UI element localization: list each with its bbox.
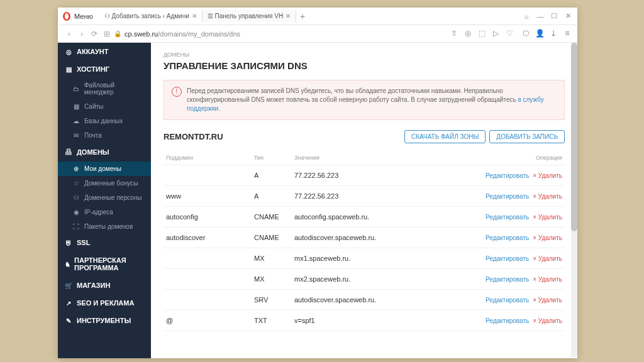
edit-record-link[interactable]: Редактировать	[486, 234, 529, 241]
close-window-icon[interactable]: ✕	[561, 9, 575, 23]
dns-record-row: autoconfigCNAMEautoconfig.spaceweb.ru.Ре…	[164, 207, 565, 228]
speed-dial-icon[interactable]: ⊞	[101, 30, 113, 38]
avatar-icon[interactable]: 👤	[535, 29, 545, 39]
sidebar-icon: ✉	[72, 132, 80, 139]
sidebar-item-базы-данных[interactable]: ☁Базы данных	[58, 114, 151, 128]
dns-record-row: autodiscoverCNAMEautodiscover.spaceweb.r…	[164, 228, 565, 248]
sidebar-icon: ⊕	[72, 165, 80, 172]
record-type: SRV	[252, 290, 292, 310]
record-type: CNAME	[252, 228, 292, 248]
delete-record-link[interactable]: Удалить	[533, 297, 562, 304]
play-icon[interactable]: ▷	[491, 29, 501, 39]
delete-record-link[interactable]: Удалить	[533, 214, 562, 221]
tab-close-icon[interactable]: ✕	[286, 13, 291, 19]
record-type: MX	[252, 269, 292, 290]
heart-icon[interactable]: ♡	[504, 29, 514, 39]
sidebar-item-домены[interactable]: 品ДОМЕНЫ	[58, 143, 151, 162]
record-type: MX	[252, 248, 292, 269]
easy-setup-icon[interactable]: ≡	[562, 29, 572, 39]
url-field[interactable]: cp.sweb.ru/domains/my_domains/dns	[125, 30, 449, 38]
address-bar: ‹ › ⟳ ⊞ 🔒 cp.sweb.ru/domains/my_domains/…	[58, 25, 577, 43]
sidebar-icon: ▦	[72, 103, 80, 110]
domain-name: REMONTDT.RU	[164, 132, 401, 141]
cube-icon[interactable]: ⬡	[521, 29, 531, 39]
search-icon[interactable]: ⌕	[519, 9, 533, 23]
delete-record-link[interactable]: Удалить	[533, 234, 562, 241]
tab-strip: ⚇ Добавить запись ‹ Админи✕☰ Панель упра…	[99, 10, 519, 22]
record-subdomain: @	[164, 310, 252, 331]
sidebar-item-файловый-менеджер[interactable]: 🗀Файловый менеджер	[58, 78, 151, 99]
delete-record-link[interactable]: Удалить	[533, 276, 562, 283]
dns-record-row: MXmx2.spaceweb.ru.РедактироватьУдалить	[164, 269, 565, 290]
dns-record-row: SRVautodiscover.spaceweb.ru.Редактироват…	[164, 290, 565, 310]
sidebar-icon: 🛒	[64, 282, 73, 289]
minimize-icon[interactable]: —	[533, 9, 547, 23]
sidebar-item-партнерская-программа[interactable]: ♞ПАРТНЕРСКАЯ ПРОГРАММА	[58, 251, 151, 277]
download-icon[interactable]: ⤓	[548, 29, 558, 39]
record-value: 77.222.56.223	[292, 186, 380, 207]
browser-tab[interactable]: ⚇ Добавить запись ‹ Админи✕	[99, 10, 203, 22]
edit-record-link[interactable]: Редактировать	[486, 255, 529, 262]
sidebar-item-доменные-бонусы[interactable]: ☆Доменные бонусы	[58, 176, 151, 190]
edit-record-link[interactable]: Редактировать	[486, 297, 529, 304]
sidebar-item-доменные-персоны[interactable]: ⚇Доменные персоны	[58, 190, 151, 205]
record-value: autoconfig.spaceweb.ru.	[292, 207, 380, 228]
col-type: Тип	[252, 151, 292, 165]
sidebar-item-ssl[interactable]: ⛨SSL	[58, 234, 151, 251]
sidebar-item-пакеты-доменов[interactable]: ⛶Пакеты доменов	[58, 219, 151, 234]
page-title: УПРАВЛЕНИЕ ЗАПИСЯМИ DNS	[164, 60, 565, 71]
delete-record-link[interactable]: Удалить	[533, 255, 562, 262]
sidebar-icon: ☁	[72, 118, 80, 124]
back-icon[interactable]: ‹	[63, 30, 75, 38]
scrollbar-thumb[interactable]	[571, 43, 577, 231]
col-subdomain: Поддомен	[164, 151, 252, 165]
delete-record-link[interactable]: Удалить	[533, 172, 562, 179]
edit-record-link[interactable]: Редактировать	[486, 317, 529, 324]
col-value: Значения	[292, 151, 380, 165]
delete-record-link[interactable]: Удалить	[533, 193, 562, 200]
browser-tab[interactable]: ☰ Панель управления VH✕	[203, 10, 296, 22]
dns-record-row: wwwA77.222.56.223РедактироватьУдалить	[164, 186, 565, 207]
record-subdomain	[164, 248, 252, 269]
main-content: ДОМЕНЫ УПРАВЛЕНИЕ ЗАПИСЯМИ DNS ! Перед р…	[151, 43, 577, 358]
download-zone-button[interactable]: СКАЧАТЬ ФАЙЛ ЗОНЫ	[404, 130, 486, 143]
sidebar-item-хостинг[interactable]: ▤ХОСТИНГ	[58, 60, 151, 78]
camera-icon[interactable]: ◎	[463, 29, 473, 39]
sidebar-item-магазин[interactable]: 🛒МАГАЗИН	[58, 277, 151, 294]
sidebar-icon: ↗	[64, 300, 73, 307]
sidebar-item-инструменты[interactable]: ✎ИНСТРУМЕНТЫ	[58, 312, 151, 329]
menu-button[interactable]: Меню	[74, 13, 93, 20]
scrollbar[interactable]	[571, 43, 577, 357]
record-type: A	[252, 165, 292, 186]
titlebar: Меню ⚇ Добавить запись ‹ Админи✕☰ Панель…	[58, 8, 577, 25]
edit-record-link[interactable]: Редактировать	[486, 276, 529, 283]
sidebar-item-seo-и-реклама[interactable]: ↗SEO И РЕКЛАМА	[58, 294, 151, 312]
sidebar-item-мои-домены[interactable]: ⊕Мои домены	[58, 162, 151, 176]
dns-record-row: @TXTv=spf1РедактироватьУдалить	[164, 310, 565, 331]
share-icon[interactable]: ⇧	[449, 29, 459, 39]
sidebar-icon: ✎	[64, 317, 73, 324]
add-record-button[interactable]: ДОБАВИТЬ ЗАПИСЬ	[489, 130, 565, 143]
reload-icon[interactable]: ⟳	[88, 30, 101, 38]
record-value: v=spf1	[292, 310, 380, 331]
tab-close-icon[interactable]: ✕	[192, 13, 197, 19]
maximize-icon[interactable]: ☐	[547, 9, 561, 23]
svg-point-1	[65, 13, 69, 19]
edit-record-link[interactable]: Редактировать	[486, 193, 529, 200]
sidebar-icon: 品	[64, 148, 73, 156]
edit-record-link[interactable]: Редактировать	[486, 172, 529, 179]
snapshot-icon[interactable]: ⬚	[477, 29, 487, 39]
sidebar-item-почта[interactable]: ✉Почта	[58, 128, 151, 143]
record-value: 77.222.56.223	[292, 165, 380, 186]
delete-record-link[interactable]: Удалить	[533, 317, 562, 324]
sidebar-item-сайты[interactable]: ▦Сайты	[58, 99, 151, 114]
edit-record-link[interactable]: Редактировать	[486, 214, 529, 221]
sidebar-item-ip-адреса[interactable]: ◉IP-адреса	[58, 205, 151, 219]
dns-records-table: Поддомен Тип Значения Операция A77.222.5…	[164, 151, 565, 331]
sidebar-icon: 🗀	[72, 85, 80, 92]
new-tab-button[interactable]: +	[296, 11, 309, 21]
sidebar-item-аккаунт[interactable]: ◎АККАУНТ	[58, 43, 151, 60]
lock-icon[interactable]: 🔒	[113, 30, 122, 37]
record-value: mx2.spaceweb.ru.	[292, 269, 380, 290]
forward-icon[interactable]: ›	[75, 30, 88, 38]
